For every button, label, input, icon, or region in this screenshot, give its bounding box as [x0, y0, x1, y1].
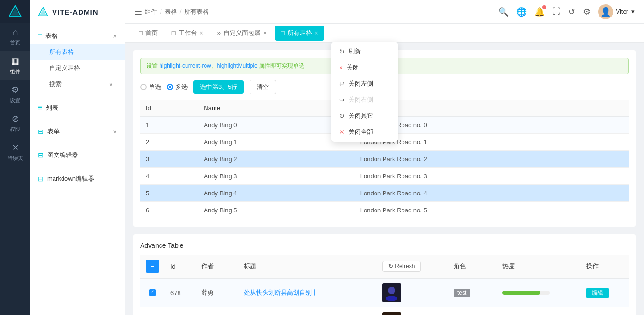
tab-workbench[interactable]: □ 工作台 ×: [166, 26, 209, 41]
cell-address: London Park Road no. 2: [355, 151, 629, 168]
list-group-icon: ≡: [38, 104, 42, 112]
radio-single-label: 单选: [149, 83, 161, 91]
form-group-label: 表单: [47, 127, 60, 136]
nav-group-richeditor: ⊟ 图文编辑器: [30, 143, 125, 167]
context-close-left-label: 关闭左侧: [349, 79, 373, 88]
progress-bar: [502, 291, 550, 295]
nav-group-markdown-title: ⊟ markdown编辑器: [38, 175, 94, 183]
cell-address: London Park Road no. 4: [355, 185, 629, 202]
notification-badge: [542, 5, 546, 9]
avatar: 👤: [598, 4, 613, 19]
adv-col-author: 作者: [196, 255, 238, 278]
sidebar-item-error[interactable]: ✕ 错误页: [0, 138, 30, 166]
context-refresh-icon: ↻: [339, 48, 345, 55]
btn-clear[interactable]: 清空: [250, 80, 276, 94]
nav-item-search[interactable]: 搜索 ∨: [30, 76, 125, 92]
sidebar-item-settings[interactable]: ⚙ 设置: [0, 80, 30, 109]
breadcrumb-sep1: /: [160, 8, 162, 15]
sidebar-item-component[interactable]: ▦ 组件: [0, 51, 30, 80]
context-close-label: 关闭: [347, 63, 359, 72]
tab-all-tables-close[interactable]: ×: [315, 30, 318, 36]
context-refresh-label: 刷新: [349, 47, 361, 56]
context-menu-close-others[interactable]: ↻ 关闭其它: [331, 108, 398, 124]
context-close-others-label: 关闭其它: [349, 112, 373, 120]
nav-group-richeditor-header[interactable]: ⊟ 图文编辑器: [30, 147, 125, 163]
radio-single-circle: [140, 84, 147, 90]
search-icon[interactable]: 🔍: [498, 7, 509, 17]
tab-workbench-label: 工作台: [179, 29, 197, 37]
adv-cell-id: 678: [165, 278, 196, 307]
radio-single[interactable]: 单选: [140, 83, 161, 91]
info-link1[interactable]: highlight-current-row: [159, 62, 211, 69]
role-tag: test: [454, 289, 470, 297]
adv-cell-thumb: [376, 278, 448, 307]
radio-multi-circle: [167, 84, 173, 90]
select-all-checkbox[interactable]: −: [146, 260, 159, 273]
adv-cell-checkbox: [140, 307, 165, 315]
refresh-header-icon[interactable]: ↺: [568, 7, 575, 17]
context-close-right-label: 关闭右侧: [349, 96, 373, 104]
nav-group-markdown-header[interactable]: ⊟ markdown编辑器: [30, 171, 125, 187]
vite-logo-icon: [9, 5, 22, 18]
adv-col-checkbox: −: [140, 255, 165, 278]
nav-group-list-header[interactable]: ≡ 列表: [30, 100, 125, 116]
context-menu-close[interactable]: × 关闭: [331, 60, 398, 76]
hamburger-icon[interactable]: ☰: [134, 7, 142, 17]
edit-button[interactable]: 编辑: [586, 288, 609, 298]
nav-item-all-tables[interactable]: 所有表格: [30, 44, 125, 60]
sidebar-item-permissions-label: 权限: [10, 126, 20, 133]
tab-home-label: 首页: [145, 29, 158, 37]
home-icon: ⌂: [13, 27, 18, 37]
richeditor-group-icon: ⊟: [38, 151, 44, 159]
adv-cell-thumb: [376, 307, 448, 315]
adv-cell-id: 323: [165, 307, 196, 315]
btn-select-rows[interactable]: 选中第3、5行: [193, 80, 244, 94]
fullscreen-icon[interactable]: ⛶: [552, 7, 561, 17]
context-close-all-label: 关闭全部: [349, 128, 373, 136]
table-row[interactable]: 5 Andy Bing 4 London Park Road no. 4: [140, 185, 629, 202]
breadcrumb-comp: 组件: [145, 8, 157, 16]
cell-id: 5: [140, 185, 198, 202]
sidebar-item-component-label: 组件: [10, 68, 20, 75]
table-row[interactable]: 3 Andy Bing 2 London Park Road no. 2: [140, 151, 629, 168]
tab-workbench-close[interactable]: ×: [200, 30, 203, 36]
tab-all-tables[interactable]: □ 所有表格 ×: [275, 26, 324, 41]
advance-table-card: Advance Table − Id 作者 标题 ↻ Refresh: [133, 234, 636, 315]
gear-icon[interactable]: ⚙: [583, 7, 590, 17]
info-link2[interactable]: highlightMultiple: [217, 62, 258, 69]
title-link[interactable]: 处从快头划断县高划自别十: [244, 289, 318, 296]
sidebar-item-home[interactable]: ⌂ 首页: [0, 23, 30, 51]
globe-icon[interactable]: 🌐: [516, 7, 527, 17]
nav-group-form-header[interactable]: ⊟ 表单 ∨: [30, 123, 125, 140]
nav-group-form: ⊟ 表单 ∨: [30, 120, 125, 143]
refresh-button[interactable]: ↻ Refresh: [382, 261, 421, 272]
permissions-icon: ⊘: [12, 114, 19, 124]
adv-cell-role: admin: [448, 307, 497, 315]
nav-item-custom-table[interactable]: 自定义表格: [30, 60, 125, 76]
tab-custom-close[interactable]: ×: [263, 30, 267, 36]
context-menu-close-left[interactable]: ↩ 关闭左侧: [331, 76, 398, 92]
tab-home[interactable]: □ 首页: [133, 26, 164, 41]
bell-icon[interactable]: 🔔: [534, 7, 545, 17]
context-menu-refresh[interactable]: ↻ 刷新: [331, 44, 398, 60]
row-checkbox[interactable]: [149, 289, 156, 296]
context-menu-close-all[interactable]: ✕ 关闭全部: [331, 124, 398, 140]
context-menu-close-right: ↪ 关闭右侧: [331, 92, 398, 108]
tab-custom-label: 自定义面包屑: [224, 29, 260, 37]
markdown-group-icon: ⊟: [38, 175, 44, 183]
cell-id: 3: [140, 151, 198, 168]
nav-group-table-header[interactable]: □ 表格 ∧: [30, 28, 125, 44]
adv-cell-op: 编辑: [581, 278, 629, 307]
adv-cell-title: 打群或离众侧扰保听颗特元次原: [238, 307, 377, 315]
table-row[interactable]: 4 Andy Bing 3 London Park Road no. 3: [140, 168, 629, 185]
sidebar-item-permissions[interactable]: ⊘ 权限: [0, 109, 30, 138]
tab-bar: □ 首页 □ 工作台 × » 自定义面包屑 × □ 所有表格 ×: [125, 24, 644, 43]
table-row[interactable]: 6 Andy Bing 5 London Park Road no. 5: [140, 202, 629, 219]
refresh-label: Refresh: [395, 263, 415, 270]
tab-custom-breadcrumb[interactable]: » 自定义面包屑 ×: [211, 26, 273, 41]
adv-cell-author: 龙希兰: [196, 307, 238, 315]
progress-fill: [502, 291, 540, 295]
radio-multi[interactable]: 多选: [167, 83, 188, 91]
sidebar-item-settings-label: 设置: [10, 97, 20, 104]
user-menu[interactable]: 👤 Viter ▾: [598, 4, 635, 19]
